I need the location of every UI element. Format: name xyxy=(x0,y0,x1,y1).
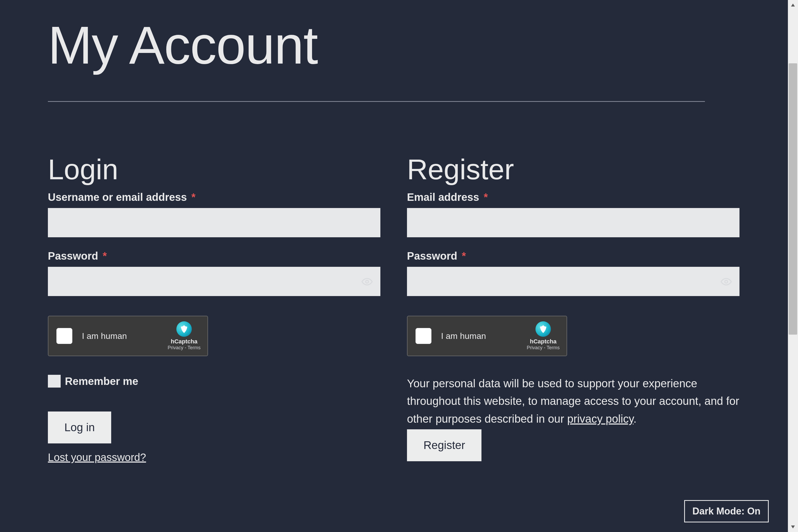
hcaptcha-logo-icon xyxy=(176,321,192,337)
show-password-icon[interactable] xyxy=(361,275,374,288)
hcaptcha-text: I am human xyxy=(441,331,486,341)
scrollbar-thumb[interactable] xyxy=(789,63,797,335)
login-form: Login Username or email address * Passwo… xyxy=(48,155,380,468)
required-marker: * xyxy=(191,191,196,203)
divider xyxy=(48,101,705,102)
register-heading: Register xyxy=(407,155,740,184)
register-password-label-text: Password xyxy=(407,250,457,262)
login-button[interactable]: Log in xyxy=(48,412,111,443)
dark-mode-toggle[interactable]: Dark Mode: On xyxy=(684,500,769,522)
privacy-notice: Your personal data will be used to suppo… xyxy=(407,375,740,428)
hcaptcha-text: I am human xyxy=(82,331,127,341)
hcaptcha-brand: hCaptcha xyxy=(527,338,560,345)
scrollbar-track[interactable] xyxy=(788,10,798,522)
register-email-label: Email address * xyxy=(407,191,740,203)
required-marker: * xyxy=(462,250,466,262)
register-email-label-text: Email address xyxy=(407,191,479,203)
lost-password-link[interactable]: Lost your password? xyxy=(48,451,146,463)
hcaptcha-separator: - xyxy=(183,345,188,350)
register-password-label: Password * xyxy=(407,250,740,262)
scroll-up-button[interactable] xyxy=(788,0,798,10)
hcaptcha-widget: I am human hCaptcha Privacy - Terms xyxy=(48,316,208,356)
remember-me-checkbox[interactable] xyxy=(48,375,61,387)
register-password-input[interactable] xyxy=(407,267,740,296)
login-password-input[interactable] xyxy=(48,267,380,296)
login-username-input[interactable] xyxy=(48,208,380,237)
page-title: My Account xyxy=(48,19,740,72)
register-email-input[interactable] xyxy=(407,208,740,237)
hcaptcha-checkbox[interactable] xyxy=(56,328,72,344)
svg-point-0 xyxy=(366,280,369,283)
scroll-down-button[interactable] xyxy=(788,522,798,532)
register-button[interactable]: Register xyxy=(407,429,481,461)
login-password-label: Password * xyxy=(48,250,380,262)
hcaptcha-links: Privacy - Terms xyxy=(168,345,201,350)
privacy-text-tail: . xyxy=(633,413,636,425)
hcaptcha-checkbox[interactable] xyxy=(416,328,432,344)
vertical-scrollbar[interactable] xyxy=(788,0,798,532)
login-username-label-text: Username or email address xyxy=(48,191,187,203)
remember-me-label: Remember me xyxy=(65,375,138,387)
hcaptcha-privacy-link[interactable]: Privacy xyxy=(168,345,183,350)
hcaptcha-terms-link[interactable]: Terms xyxy=(547,345,560,350)
hcaptcha-links: Privacy - Terms xyxy=(527,345,560,350)
required-marker: * xyxy=(483,191,488,203)
hcaptcha-logo-icon xyxy=(535,321,551,337)
svg-point-1 xyxy=(725,280,728,283)
show-password-icon[interactable] xyxy=(720,275,733,288)
hcaptcha-widget: I am human hCaptcha Privacy - Terms xyxy=(407,316,567,356)
login-password-label-text: Password xyxy=(48,250,98,262)
hcaptcha-brand: hCaptcha xyxy=(168,338,201,345)
privacy-policy-link[interactable]: privacy policy xyxy=(567,413,633,425)
login-username-label: Username or email address * xyxy=(48,191,380,203)
required-marker: * xyxy=(103,250,107,262)
hcaptcha-terms-link[interactable]: Terms xyxy=(188,345,201,350)
hcaptcha-privacy-link[interactable]: Privacy xyxy=(527,345,543,350)
login-heading: Login xyxy=(48,155,380,184)
hcaptcha-separator: - xyxy=(543,345,547,350)
register-form: Register Email address * Password * xyxy=(407,155,740,468)
